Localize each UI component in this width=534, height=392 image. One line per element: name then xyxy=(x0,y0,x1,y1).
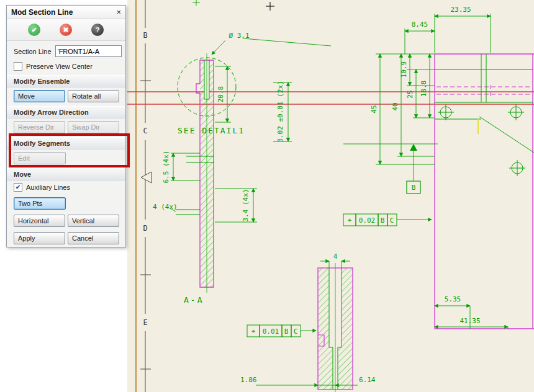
datum-b-label: B xyxy=(412,184,416,192)
group-modify-segments: Modify Segments xyxy=(7,137,125,149)
fcf-bottom-ref1: B xyxy=(284,327,289,336)
dialog-title: Mod Section Line xyxy=(11,8,73,17)
dim-23-35: 23.35 xyxy=(450,6,471,14)
move-button[interactable]: Move xyxy=(14,90,65,102)
vertical-button[interactable]: Vertical xyxy=(68,215,119,227)
reverse-dir-button[interactable]: Reverse Dir xyxy=(14,121,65,133)
fcf-top-symbol: ⌖ xyxy=(348,216,351,225)
left-section-view xyxy=(176,53,236,293)
dim-1-86: 1.86 xyxy=(240,376,257,384)
close-icon[interactable]: × xyxy=(116,7,121,17)
apply-button[interactable]: Apply xyxy=(14,232,65,244)
group-modify-arrow-direction: Modify Arrow Direction xyxy=(7,106,125,118)
dim-4-4x: 4 (4x) xyxy=(153,203,178,211)
mod-section-line-dialog: Mod Section Line × ✔ ✖ ? Section Line Pr… xyxy=(6,5,126,247)
auxiliary-lines-label: Auxiliary Lines xyxy=(26,184,70,191)
row-label-d: D xyxy=(143,224,147,233)
accept-icon[interactable]: ✔ xyxy=(28,24,40,36)
preserve-view-center-label: Preserve View Center xyxy=(26,63,93,70)
section-line-input[interactable] xyxy=(55,45,122,57)
right-front-view xyxy=(435,54,534,329)
section-line-label: Section Line xyxy=(14,48,52,55)
modify-segments-section: Modify Segments Edit xyxy=(7,137,125,167)
horizontal-button[interactable]: Horizontal xyxy=(14,215,65,227)
dim-25: 25 xyxy=(406,90,414,98)
dialog-titlebar[interactable]: Mod Section Line × xyxy=(7,6,125,19)
dim-3-02: 3.02 ±0.01 (2x) xyxy=(276,81,284,142)
dim-8-45: 8,45 xyxy=(412,20,428,29)
row-label-b: B xyxy=(143,31,147,40)
sheet-frame xyxy=(136,0,152,392)
dim-40: 40 xyxy=(391,102,399,110)
see-detail-label: SEE DETAIL1 xyxy=(178,126,245,135)
auxiliary-lines-checkbox[interactable]: ✔ xyxy=(14,183,22,192)
hidden-lines xyxy=(437,85,532,96)
help-icon[interactable]: ? xyxy=(91,24,104,36)
fcf-bottom-symbol: ⌖ xyxy=(251,327,255,336)
section-view-label: A-A xyxy=(184,295,204,305)
dim-18-8: 18.8 xyxy=(420,81,428,97)
dim-diameter: Ø 3,1 xyxy=(229,32,249,40)
dim-6-14: 6.14 xyxy=(359,376,376,384)
dim-41-35: 41.35 xyxy=(459,317,480,325)
fcf-bottom-tolerance: 0.01 xyxy=(263,327,279,336)
detail-section-view xyxy=(318,263,353,392)
two-pts-button[interactable]: Two Pts xyxy=(14,197,66,210)
group-move: Move xyxy=(7,168,125,180)
crosshair-cursor xyxy=(266,2,274,11)
dialog-toolbar: ✔ ✖ ? xyxy=(7,19,125,41)
dim-6-5: 6.5 (4x) xyxy=(162,151,170,184)
dim-45: 45 xyxy=(370,105,378,113)
swap-dir-button[interactable]: Swap Dir xyxy=(68,121,119,133)
row-label-e: E xyxy=(143,318,147,327)
section-arrow xyxy=(141,172,152,183)
fcf-top-tolerance: 0.02 xyxy=(359,216,376,225)
edit-button[interactable]: Edit xyxy=(14,152,66,164)
cancel-button[interactable]: Cancel xyxy=(68,232,119,244)
dim-10-9: 10.9 xyxy=(400,61,408,78)
fcf-top-ref1: B xyxy=(381,216,385,225)
dim-4: 4 xyxy=(333,252,338,261)
dim-3-4: 3.4 (4x) xyxy=(242,189,250,222)
rotate-all-button[interactable]: Rotate all xyxy=(68,90,119,102)
preserve-view-center-checkbox[interactable] xyxy=(14,62,22,71)
row-label-c: C xyxy=(143,127,147,135)
dim-5-35: 5.35 xyxy=(445,295,461,303)
dim-20-8: 20.8 xyxy=(217,86,225,103)
fcf-top-ref2: C xyxy=(390,216,394,225)
reject-icon[interactable]: ✖ xyxy=(60,24,72,36)
fcf-bottom-ref2: C xyxy=(294,327,298,336)
group-modify-ensemble: Modify Ensemble xyxy=(7,75,125,87)
